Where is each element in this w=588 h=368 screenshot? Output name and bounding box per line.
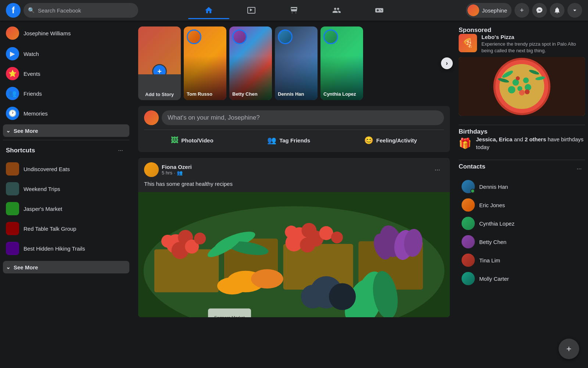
- sponsored-title: Sponsored: [459, 26, 491, 33]
- svg-point-11: [194, 233, 206, 244]
- contact-avatar: [462, 198, 475, 212]
- events-icon: ⭐: [6, 67, 19, 80]
- facebook-logo[interactable]: f: [6, 3, 21, 18]
- contact-betty-chen[interactable]: Betty Chen: [459, 233, 585, 251]
- composer-feeling[interactable]: 😊 Feeling/Activity: [358, 133, 423, 148]
- sidebar-user-name: Josephine Williams: [24, 30, 71, 36]
- shortcut-hidden-hiking[interactable]: Best Hidden Hiking Trails: [3, 239, 129, 258]
- composer-tag-friends[interactable]: 👥 Tag Friends: [261, 133, 316, 148]
- contact-avatar-img: [462, 198, 475, 212]
- composer-action-label: Feeling/Activity: [376, 137, 417, 144]
- plus-icon: +: [520, 7, 524, 14]
- story-cynthia-lopez[interactable]: Cynthia Lopez: [320, 26, 363, 100]
- floating-action-button[interactable]: +: [559, 339, 579, 359]
- add-story-label: Add to Story: [145, 92, 174, 97]
- see-more-label: See More: [14, 264, 38, 270]
- composer-top: What's on your mind, Josephine?: [144, 110, 444, 125]
- contact-avatar: [462, 180, 475, 193]
- post-image: Farmers Market: [138, 192, 450, 317]
- user-chip[interactable]: Josephine: [466, 3, 512, 18]
- contacts-section: Contacts ··· Dennis Han Eric Jones: [459, 163, 585, 287]
- birthdays-section: Birthdays 🎁 Jessica, Erica and 2 others …: [459, 128, 585, 151]
- sponsored-section: Sponsored 🍕 Lebo's Pizza Experience the …: [459, 26, 585, 116]
- contact-avatar-img: [462, 254, 475, 267]
- contact-tina-lim[interactable]: Tina Lim: [459, 251, 585, 269]
- shortcut-weekend-trips[interactable]: Weekend Trips: [3, 179, 129, 198]
- sidebar-user-item[interactable]: Josephine Williams: [3, 24, 129, 43]
- nav-marketplace-button[interactable]: [273, 1, 315, 19]
- shortcut-label: Undiscovered Eats: [24, 166, 70, 172]
- svg-point-48: [516, 77, 520, 81]
- post-text: This has some great healthy recipes: [138, 180, 450, 192]
- contact-eric-jones[interactable]: Eric Jones: [459, 196, 585, 214]
- nav-gaming-button[interactable]: [359, 1, 400, 19]
- online-indicator: [470, 189, 475, 193]
- shortcut-icon: [6, 162, 19, 176]
- chevron-down-icon: [571, 7, 578, 14]
- bell-icon: [553, 7, 561, 14]
- story-dennis-han[interactable]: Dennis Han: [275, 26, 318, 100]
- contacts-header: Contacts ···: [459, 163, 585, 175]
- shortcut-red-table-talk[interactable]: Red Table Talk Group: [3, 219, 129, 238]
- nav-watch-button[interactable]: [231, 1, 272, 19]
- composer-photo-video[interactable]: 🖼 Photo/Video: [165, 133, 219, 148]
- search-bar[interactable]: 🔍: [24, 3, 138, 18]
- svg-point-19: [300, 237, 315, 252]
- shortcuts-see-more-button[interactable]: ⌄ See More: [3, 261, 129, 273]
- shortcut-label: Best Hidden Hiking Trails: [24, 245, 85, 252]
- post-composer: What's on your mind, Josephine? 🖼 Photo/…: [138, 106, 450, 152]
- nav-home-button[interactable]: [188, 1, 229, 19]
- sidebar-item-friends[interactable]: 👥 Friends: [3, 84, 129, 103]
- right-divider-2: [459, 160, 585, 160]
- search-icon: 🔍: [28, 7, 35, 14]
- messenger-icon: [536, 7, 543, 14]
- post-time: 5 hrs: [162, 170, 172, 176]
- notifications-button[interactable]: [550, 3, 564, 18]
- sidebar-item-watch[interactable]: ▶ Watch: [3, 44, 129, 63]
- sponsored-image: [459, 57, 585, 116]
- see-more-button[interactable]: ⌄ See More: [3, 124, 129, 137]
- messenger-button[interactable]: [532, 3, 547, 18]
- composer-avatar: [144, 110, 159, 125]
- contact-dennis-han[interactable]: Dennis Han: [459, 178, 585, 195]
- topnav: f 🔍 Josephine +: [0, 0, 588, 21]
- menu-button[interactable]: [567, 3, 582, 18]
- sidebar-item-label: Memories: [24, 110, 48, 117]
- contact-avatar-img: [462, 235, 475, 248]
- contact-name: Tina Lim: [479, 257, 500, 263]
- sponsored-icon: 🍕: [459, 34, 477, 52]
- sponsored-item[interactable]: 🍕 Lebo's Pizza Experience the trendy piz…: [459, 34, 585, 54]
- shortcut-label: Red Table Talk Group: [24, 226, 76, 232]
- post-options-button[interactable]: ···: [431, 163, 444, 176]
- sponsored-desc: Experience the trendy pizza spot in Palo…: [481, 41, 585, 54]
- add-story-card[interactable]: + Add to Story: [138, 26, 181, 100]
- create-button[interactable]: +: [514, 3, 529, 18]
- nav-groups-button[interactable]: [316, 1, 357, 19]
- sidebar-item-events[interactable]: ⭐ Events: [3, 64, 129, 83]
- shortcut-jaspers-market[interactable]: Jasper's Market: [3, 199, 129, 218]
- chevron-down-icon: ⌄: [6, 127, 11, 134]
- search-input[interactable]: [38, 7, 134, 14]
- shortcut-undiscovered-eats[interactable]: Undiscovered Eats: [3, 159, 129, 178]
- story-tom-russo[interactable]: Tom Russo: [184, 26, 226, 100]
- sidebar-divider: [3, 140, 129, 140]
- post-meta: 5 hrs · 👥: [162, 170, 192, 176]
- shortcut-label: Jasper's Market: [24, 206, 62, 212]
- contact-name: Dennis Han: [479, 184, 508, 190]
- sidebar-user-avatar: [6, 26, 19, 40]
- composer-input[interactable]: What's on your mind, Josephine?: [162, 110, 444, 125]
- svg-point-41: [499, 64, 544, 109]
- svg-point-34: [329, 283, 356, 310]
- shortcut-icon: [6, 202, 19, 215]
- friends-icon: 👥: [6, 87, 19, 100]
- shortcuts-more-button[interactable]: ···: [115, 145, 126, 156]
- post-author-name[interactable]: Fiona Ozeri: [162, 164, 192, 170]
- stories-next-button[interactable]: ›: [441, 57, 453, 69]
- contact-avatar-img: [462, 272, 475, 285]
- story-betty-chen[interactable]: Betty Chen: [229, 26, 272, 100]
- sponsored-name: Lebo's Pizza: [481, 34, 585, 40]
- contact-molly-carter[interactable]: Molly Carter: [459, 270, 585, 287]
- sidebar-item-memories[interactable]: 🕐 Memories: [3, 104, 129, 123]
- contact-cynthia-lopez[interactable]: Cynthia Lopez: [459, 215, 585, 232]
- contacts-search-button[interactable]: ···: [573, 163, 585, 175]
